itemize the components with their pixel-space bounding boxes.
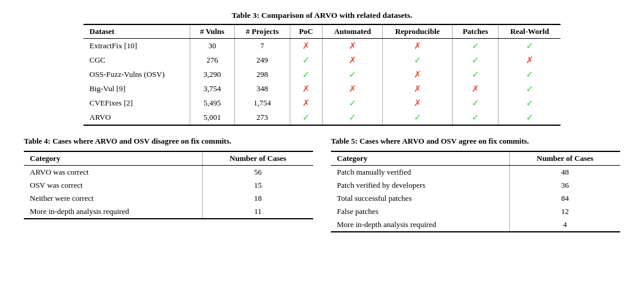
table-row: 36 xyxy=(510,179,620,192)
table-row: 7 xyxy=(235,39,290,54)
col-header-poc: PoC xyxy=(290,24,323,39)
table-row: ✓ xyxy=(452,110,498,125)
table-row: CGC xyxy=(83,53,190,67)
table4-section: Table 4: Cases where ARVO and OSV disagr… xyxy=(24,136,313,219)
t4-col-category: Category xyxy=(24,151,203,166)
table-row: 18 xyxy=(203,192,313,205)
table-row: ✗ xyxy=(323,53,383,67)
table-row: ✗ xyxy=(383,96,453,110)
table-row: Patch verified by developers xyxy=(331,179,510,192)
table-row: 3,754 xyxy=(190,82,234,96)
table-row: 3,290 xyxy=(190,67,234,82)
table-row: ✓ xyxy=(323,67,383,82)
table-row: ✗ xyxy=(290,96,323,110)
table-row: 348 xyxy=(235,82,290,96)
table-row: 276 xyxy=(190,53,234,67)
table-row: ✗ xyxy=(383,67,453,82)
table-row: ✗ xyxy=(290,39,323,54)
table-row: Patch manually verified xyxy=(331,166,510,179)
table-row: More in-depth analysis required xyxy=(24,205,203,219)
table-row: ✓ xyxy=(290,67,323,82)
table-row: 5,001 xyxy=(190,110,234,125)
table-row: Total successful patches xyxy=(331,192,510,205)
table-row: ✗ xyxy=(323,39,383,54)
table-row: ✓ xyxy=(323,110,383,125)
col-header-dataset: Dataset xyxy=(83,24,190,39)
table-row: ✗ xyxy=(290,82,323,96)
table-row: ExtractFix [10] xyxy=(83,39,190,54)
table-row: 30 xyxy=(190,39,234,54)
t4-col-count: Number of Cases xyxy=(203,151,313,166)
table-row: 12 xyxy=(510,205,620,218)
table-row: ✓ xyxy=(383,110,453,125)
table-row: 1,754 xyxy=(235,96,290,110)
table-row: ✗ xyxy=(383,82,453,96)
table-row: ✓ xyxy=(452,53,498,67)
col-header-patches: Patches xyxy=(452,24,498,39)
table-row: ✓ xyxy=(290,110,323,125)
table-row: ✗ xyxy=(383,39,453,54)
table4-title: Table 4: Cases where ARVO and OSV disagr… xyxy=(24,136,313,146)
table-row: 11 xyxy=(203,205,313,219)
col-header-automated: Automated xyxy=(323,24,383,39)
table-row: ✓ xyxy=(499,67,561,82)
table-row: 15 xyxy=(203,179,313,192)
table-row: More in-depth analysis required xyxy=(331,218,510,232)
table-row: Big-Vul [9] xyxy=(83,82,190,96)
t5-col-count: Number of Cases xyxy=(510,151,620,166)
table-row: 249 xyxy=(235,53,290,67)
col-header-vulns: # Vulns xyxy=(190,24,234,39)
table5-title: Table 5: Cases where ARVO and OSV agree … xyxy=(331,136,620,146)
table-row: ✓ xyxy=(499,82,561,96)
table3-section: Table 3: Comparison of ARVO with related… xyxy=(24,11,620,126)
table-row: OSV was correct xyxy=(24,179,203,192)
bottom-section: Table 4: Cases where ARVO and OSV disagr… xyxy=(24,136,620,232)
table-row: ✓ xyxy=(499,39,561,54)
table4: Category Number of Cases ARVO was correc… xyxy=(24,151,313,219)
table-row: ARVO xyxy=(83,110,190,125)
table-row: OSS-Fuzz-Vulns (OSV) xyxy=(83,67,190,82)
table-row: 48 xyxy=(510,166,620,179)
table-row: ✗ xyxy=(323,82,383,96)
table-row: ✓ xyxy=(323,96,383,110)
col-header-reproducible: Reproducible xyxy=(383,24,453,39)
t5-col-category: Category xyxy=(331,151,510,166)
table-row: ARVO was correct xyxy=(24,166,203,179)
table5: Category Number of Cases Patch manually … xyxy=(331,151,620,232)
table-row: Neither were correct xyxy=(24,192,203,205)
table-row: 298 xyxy=(235,67,290,82)
table-row: 4 xyxy=(510,218,620,232)
table-row: ✓ xyxy=(499,96,561,110)
col-header-projects: # Projects xyxy=(235,24,290,39)
table-row: ✓ xyxy=(383,53,453,67)
table-row: 56 xyxy=(203,166,313,179)
table-row: ✗ xyxy=(499,53,561,67)
col-header-realworld: Real-World xyxy=(499,24,561,39)
table-row: ✗ xyxy=(452,82,498,96)
table5-section: Table 5: Cases where ARVO and OSV agree … xyxy=(331,136,620,232)
table-row: ✓ xyxy=(452,96,498,110)
table3: Dataset # Vulns # Projects PoC Automated… xyxy=(83,24,561,126)
table3-title: Table 3: Comparison of ARVO with related… xyxy=(24,11,620,20)
table-row: False patches xyxy=(331,205,510,218)
table-row: 84 xyxy=(510,192,620,205)
table-row: ✓ xyxy=(290,53,323,67)
table-row: ✓ xyxy=(452,67,498,82)
table-row: 273 xyxy=(235,110,290,125)
table-row: ✓ xyxy=(499,110,561,125)
table-row: 5,495 xyxy=(190,96,234,110)
table-row: ✓ xyxy=(452,39,498,54)
table-row: CVEFixes [2] xyxy=(83,96,190,110)
